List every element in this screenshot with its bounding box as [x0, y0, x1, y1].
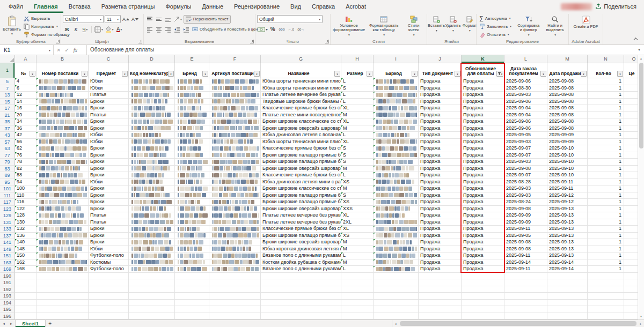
cell-J151[interactable]: Продажа — [419, 252, 462, 259]
cell-E194[interactable] — [175, 300, 209, 307]
sort-filter-button[interactable]: Сортировка и фильтр▾ — [515, 14, 541, 39]
cell-C35[interactable]: Брюки — [89, 118, 129, 125]
cell-C117[interactable]: Брюки — [89, 199, 129, 206]
cell-H57[interactable]: XL — [341, 139, 374, 146]
cell-F163[interactable] — [209, 259, 261, 266]
cell-F13[interactable] — [209, 92, 261, 99]
column-header-B[interactable]: B — [36, 55, 89, 63]
cell-E17[interactable] — [175, 105, 209, 112]
cell-H151[interactable]: L — [341, 252, 374, 259]
cell-K151[interactable]: Продажа — [462, 252, 504, 259]
cell-J195[interactable] — [419, 306, 462, 313]
cell-K17[interactable]: Продажа — [462, 105, 504, 112]
cell-I79[interactable] — [374, 159, 419, 166]
cell-H123[interactable]: XXS — [341, 206, 374, 213]
row-header-57[interactable]: 57 — [0, 139, 15, 146]
cell-M43[interactable]: 2025-09-09 — [547, 132, 588, 139]
cell-E133[interactable] — [175, 226, 209, 233]
cell-D37[interactable] — [129, 125, 175, 132]
cell-L195[interactable] — [504, 306, 547, 313]
cell-F17[interactable] — [209, 105, 261, 112]
filter-dropdown-button[interactable]: ▾ — [455, 71, 460, 77]
collapse-ribbon-button[interactable] — [632, 35, 641, 43]
cell-I111[interactable] — [374, 192, 419, 199]
cell-C101[interactable]: Брюки — [89, 185, 129, 192]
cell-D95[interactable] — [129, 179, 175, 186]
cell-M111[interactable]: 2025-09-12 — [547, 192, 588, 199]
cell-F37[interactable] — [209, 125, 261, 132]
insert-cells-button[interactable]: Вставить▾ — [429, 14, 444, 39]
cell-C57[interactable]: Юбки — [89, 139, 129, 146]
cell-D141[interactable] — [129, 239, 175, 246]
cell-J79[interactable]: Продажа — [419, 159, 462, 166]
cell-F192[interactable] — [209, 286, 261, 293]
cell-I123[interactable] — [374, 206, 419, 213]
cell-K5[interactable]: Продажа — [462, 78, 504, 85]
cell-C190[interactable] — [89, 273, 129, 280]
cell-G193[interactable] — [261, 293, 341, 300]
cell-B192[interactable] — [36, 286, 89, 293]
cell-K15[interactable]: Продажа — [462, 99, 504, 106]
find-select-button[interactable]: Найти и выделить▾ — [543, 14, 567, 39]
comma-style-button[interactable]: 000 — [278, 25, 286, 33]
cell-G191[interactable] — [261, 279, 341, 286]
cell-A77[interactable]: 76 — [15, 152, 36, 159]
cell-N95[interactable]: 1 — [588, 179, 624, 186]
column-header-F[interactable]: F — [209, 55, 261, 63]
column-header-A[interactable]: A — [15, 55, 36, 63]
cell-C141[interactable]: Брюки — [89, 239, 129, 246]
underline-button[interactable]: Ч▾ — [81, 25, 89, 33]
cell-L169[interactable]: 2025-09-11 — [504, 266, 547, 273]
cell-G192[interactable] — [261, 286, 341, 293]
cell-F101[interactable] — [209, 185, 261, 192]
cell-H89[interactable]: L — [341, 172, 374, 179]
cell-L123[interactable]: 2025-09-08 — [504, 206, 547, 213]
cell-H63[interactable]: S — [341, 145, 374, 152]
cell-M194[interactable] — [547, 300, 588, 307]
cell-K89[interactable]: Продажа — [462, 172, 504, 179]
cell-L193[interactable] — [504, 293, 547, 300]
row-header-95[interactable]: 95 — [0, 179, 15, 186]
cell-G95[interactable]: Юбка джинсовая летняя мини с разрез — [261, 179, 341, 186]
accounting-format-button[interactable]: ▾ — [257, 25, 268, 33]
cell-D123[interactable] — [129, 206, 175, 213]
cell-D137[interactable] — [129, 233, 175, 240]
cell-D17[interactable] — [129, 105, 175, 112]
row-header-133[interactable]: 133 — [0, 226, 15, 233]
cell-E131[interactable] — [175, 219, 209, 226]
cell-H137[interactable]: XS — [341, 233, 374, 240]
cell-M191[interactable] — [547, 279, 588, 286]
row-header-196[interactable]: 196 — [0, 313, 15, 320]
cell-A17[interactable]: 16 — [15, 105, 36, 112]
decrease-decimal-button[interactable]: .00→ — [296, 25, 305, 33]
row-header-79[interactable]: 79 — [0, 159, 15, 166]
cell-M196[interactable] — [547, 313, 588, 320]
cell-M89[interactable]: 2025-09-10 — [547, 172, 588, 179]
cell-F5[interactable] — [209, 78, 261, 85]
cell-E137[interactable] — [175, 233, 209, 240]
share-button[interactable]: Поделиться — [595, 3, 636, 10]
cell-H191[interactable] — [341, 279, 374, 286]
cell-I37[interactable] — [374, 125, 419, 132]
filter-dropdown-button[interactable]: ▾ — [412, 71, 418, 77]
format-as-table-button[interactable]: Форматировать как таблицу▾ — [367, 14, 400, 39]
cell-B83[interactable] — [36, 166, 89, 173]
cell-G196[interactable] — [261, 313, 341, 320]
cell-K13[interactable]: Продажа — [462, 92, 504, 99]
sheet-nav-left-button[interactable]: ◄ — [0, 320, 8, 327]
row-header-169[interactable]: 169 — [0, 266, 15, 273]
cell-G194[interactable] — [261, 300, 341, 307]
filter-header-cell-C[interactable]: Предмет▾ — [89, 63, 129, 78]
cell-H117[interactable]: XS — [341, 199, 374, 206]
ribbon-tab[interactable]: Формулы — [160, 0, 196, 13]
cell-G7[interactable]: Юбка шорты теннисная мини плиссе — [261, 85, 341, 92]
cell-C151[interactable]: Футболки-поло — [89, 252, 129, 259]
cell-D190[interactable] — [129, 273, 175, 280]
cell-I95[interactable] — [374, 179, 419, 186]
filter-header-cell-D[interactable]: Код номенклатур▾ — [129, 63, 175, 78]
cell-D83[interactable] — [129, 166, 175, 173]
cell-I13[interactable] — [374, 92, 419, 99]
cell-J95[interactable]: Продажа — [419, 179, 462, 186]
filter-applied-button[interactable]: ▾ — [496, 71, 503, 77]
column-header-E[interactable]: E — [175, 55, 209, 63]
